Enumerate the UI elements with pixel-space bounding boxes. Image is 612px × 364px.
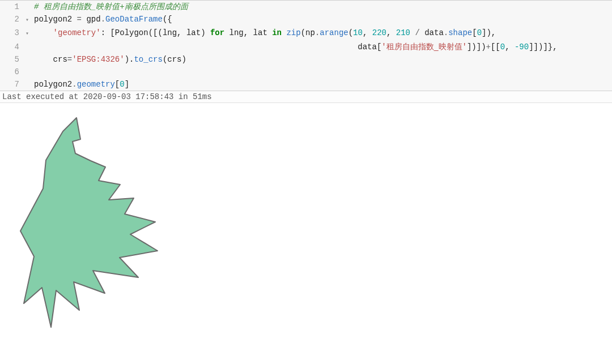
line-number: 5 xyxy=(0,53,23,66)
code-line[interactable]: 3 ▾ 'geometry': [Polygon([(lng, lat) for… xyxy=(0,27,612,40)
code-line[interactable]: 4 data['租房自由指数_映射值'])])+[[0, -90]])]}, xyxy=(0,40,612,53)
output-area xyxy=(0,103,612,350)
execution-info: Last executed at 2020-09-03 17:58:43 in … xyxy=(0,91,612,103)
code-line[interactable]: 6 xyxy=(0,66,612,78)
code-text[interactable]: # 租房自由指数_映射值+南极点所围成的面 xyxy=(32,1,612,13)
line-number: 7 xyxy=(0,78,23,91)
comment-token: # 租房自由指数_映射值+南极点所围成的面 xyxy=(34,2,188,11)
code-text[interactable]: crs='EPSG:4326').to_crs(crs) xyxy=(32,53,612,66)
line-number: 1 xyxy=(0,1,23,13)
code-line[interactable]: 2 ▾ polygon2 = gpd.GeoDataFrame({ xyxy=(0,13,612,27)
code-text[interactable]: 'geometry': [Polygon([(lng, lat) for lng… xyxy=(32,27,612,39)
code-cell[interactable]: 1 # 租房自由指数_映射值+南极点所围成的面 2 ▾ polygon2 = g… xyxy=(0,0,612,91)
fold-toggle-icon[interactable]: ▾ xyxy=(23,14,32,27)
polygon-shape xyxy=(20,118,158,327)
line-number: 2 xyxy=(0,13,23,25)
code-line[interactable]: 7 polygon2.geometry[0] xyxy=(0,78,612,91)
code-text[interactable]: polygon2.geometry[0] xyxy=(32,78,612,91)
code-lines: 1 # 租房自由指数_映射值+南极点所围成的面 2 ▾ polygon2 = g… xyxy=(0,1,612,91)
code-text[interactable]: polygon2 = gpd.GeoDataFrame({ xyxy=(32,13,612,25)
code-line[interactable]: 5 crs='EPSG:4326').to_crs(crs) xyxy=(0,53,612,66)
line-number: 3 xyxy=(0,27,23,39)
code-line[interactable]: 1 # 租房自由指数_映射值+南极点所围成的面 xyxy=(0,1,612,13)
line-number: 4 xyxy=(0,41,23,53)
polygon-output xyxy=(11,112,176,339)
code-text[interactable]: data['租房自由指数_映射值'])])+[[0, -90]])]}, xyxy=(32,40,612,53)
line-number: 6 xyxy=(0,66,23,78)
fold-toggle-icon[interactable]: ▾ xyxy=(23,28,32,40)
